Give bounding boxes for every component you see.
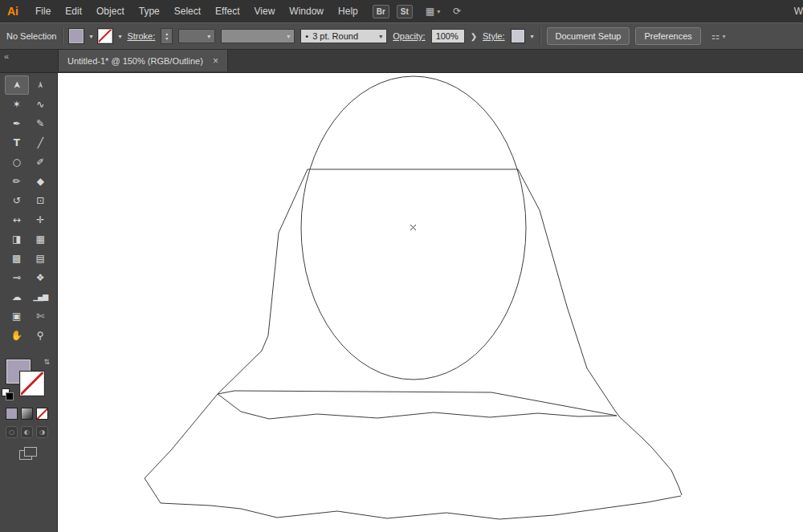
eraser-tool[interactable]: ◆ xyxy=(29,172,53,191)
draw-behind-icon[interactable]: ◐ xyxy=(21,426,33,438)
menu-type[interactable]: Type xyxy=(132,6,167,17)
appbar-button-st[interactable]: St xyxy=(397,5,413,18)
type-tool[interactable]: T xyxy=(5,133,29,152)
zoom-icon: ⚲ xyxy=(37,330,44,341)
fill-color-swatch[interactable] xyxy=(69,29,84,43)
chevron-right-icon[interactable]: ❯ xyxy=(471,32,477,41)
chevron-down-icon[interactable]: ▾ xyxy=(531,33,534,40)
document-tab[interactable]: Untitled-1* @ 150% (RGB/Outline) × xyxy=(58,50,228,71)
column-graph-tool[interactable]: ▁▄▆ xyxy=(29,287,53,307)
paintbrush-tool[interactable]: ✐ xyxy=(29,152,53,172)
gradient-tool[interactable]: ▤ xyxy=(29,249,53,268)
perspective-grid-icon: ▦ xyxy=(36,234,45,245)
menu-file[interactable]: File xyxy=(28,6,58,17)
style-swatch[interactable] xyxy=(511,29,525,43)
mesh-tool[interactable]: ▩ xyxy=(5,249,29,268)
hand-tool[interactable]: ✋ xyxy=(5,326,29,345)
outline-shape[interactable] xyxy=(218,391,617,416)
pencil-tool[interactable]: ✎ xyxy=(29,114,53,133)
document-setup-button[interactable]: Document Setup xyxy=(547,27,630,45)
menu-list: FileEditObjectTypeSelectEffectViewWindow… xyxy=(28,6,365,17)
scale-tool[interactable]: ⊡ xyxy=(29,191,53,210)
hand-icon: ✋ xyxy=(10,330,22,341)
draw-inside-icon[interactable]: ◑ xyxy=(36,426,48,438)
lasso-tool[interactable]: ∿ xyxy=(29,95,53,114)
eyedropper-tool[interactable]: ⊸ xyxy=(5,268,29,287)
selection-status: No Selection xyxy=(6,31,56,41)
chevron-down-icon: ▾ xyxy=(723,33,726,40)
opacity-field[interactable]: 100% xyxy=(431,29,465,43)
stroke-label[interactable]: Stroke: xyxy=(127,31,155,41)
direct-selection-tool[interactable]: ➢ xyxy=(29,75,53,95)
artboard-canvas[interactable] xyxy=(58,72,803,532)
chevron-down-icon[interactable]: ▾ xyxy=(89,33,92,40)
tool-grid: ➤➢✶∿✒✎T╱○✐✏◆↺⊡↔✛◨▦▩▤⊸❖☁▁▄▆▣✄✋⚲ xyxy=(0,72,57,345)
color-button[interactable] xyxy=(6,408,18,420)
outline-artwork xyxy=(58,72,803,532)
menu-edit[interactable]: Edit xyxy=(58,6,89,17)
width-icon: ↔ xyxy=(13,214,21,225)
perspective-grid-tool[interactable]: ▦ xyxy=(29,229,53,249)
stroke-color-box[interactable] xyxy=(20,372,44,396)
blend-tool[interactable]: ❖ xyxy=(29,268,53,287)
ellipse-tool[interactable]: ○ xyxy=(5,152,29,172)
column-graph-icon: ▁▄▆ xyxy=(33,293,47,301)
menu-object[interactable]: Object xyxy=(89,6,132,17)
stroke-weight-stepper[interactable]: ▴ ▾ xyxy=(161,28,173,44)
artboard-tool[interactable]: ▣ xyxy=(5,307,29,326)
type-icon: T xyxy=(14,137,20,148)
line-segment-icon: ╱ xyxy=(38,137,43,148)
stepper-down-icon[interactable]: ▾ xyxy=(165,36,168,41)
panel-options-control[interactable]: ⚏ ▾ xyxy=(711,30,726,42)
none-button[interactable] xyxy=(36,408,48,420)
brush-definition-dropdown[interactable]: • 3 pt. Round ▾ xyxy=(300,29,387,43)
menu-window[interactable]: Window xyxy=(282,6,331,17)
gradient-button[interactable] xyxy=(21,408,33,420)
pen-icon: ✒ xyxy=(13,118,21,129)
menu-view[interactable]: View xyxy=(247,6,283,17)
style-label[interactable]: Style: xyxy=(483,31,505,41)
appbar-button-br[interactable]: Br xyxy=(373,5,389,18)
zoom-tool[interactable]: ⚲ xyxy=(29,326,53,345)
outline-shape[interactable] xyxy=(218,169,308,394)
lasso-icon: ∿ xyxy=(36,99,44,110)
eyedropper-icon: ⊸ xyxy=(13,272,21,283)
opacity-label[interactable]: Opacity: xyxy=(393,31,425,41)
slice-tool[interactable]: ✄ xyxy=(29,307,53,326)
free-transform-tool[interactable]: ✛ xyxy=(29,210,53,229)
chevron-down-icon: ▾ xyxy=(287,33,290,40)
variable-width-profile-dropdown[interactable]: ▾ xyxy=(221,29,295,43)
default-fill-stroke-icon[interactable] xyxy=(2,388,13,400)
collapse-panels-icon[interactable]: « xyxy=(4,51,8,61)
rotate-tool[interactable]: ↺ xyxy=(5,191,29,210)
arrange-documents-control[interactable]: ▦ ▾ xyxy=(426,6,440,17)
scale-icon: ⊡ xyxy=(36,195,44,206)
magic-wand-tool[interactable]: ✶ xyxy=(5,95,29,114)
app-buttons: BrSt xyxy=(365,5,413,18)
menu-help[interactable]: Help xyxy=(331,6,365,17)
outline-shape[interactable] xyxy=(218,394,617,419)
blob-brush-tool[interactable]: ✏ xyxy=(5,172,29,191)
change-screen-mode-icon[interactable] xyxy=(19,447,39,461)
arrange-documents-icon: ▦ xyxy=(426,6,434,17)
swap-fill-stroke-icon[interactable]: ⇅ xyxy=(43,358,50,366)
color-type-buttons xyxy=(6,408,48,420)
symbol-sprayer-tool[interactable]: ☁ xyxy=(5,287,29,307)
preferences-button[interactable]: Preferences xyxy=(635,27,700,45)
close-icon[interactable]: × xyxy=(213,55,218,67)
menu-effect[interactable]: Effect xyxy=(208,6,247,17)
chevron-down-icon[interactable]: ▾ xyxy=(118,33,121,40)
document-tab-title: Untitled-1* @ 150% (RGB/Outline) xyxy=(67,56,203,66)
stroke-weight-dropdown[interactable]: ▾ xyxy=(178,29,215,43)
selection-tool[interactable]: ➤ xyxy=(5,75,29,95)
outline-shape[interactable] xyxy=(518,169,682,495)
menu-select[interactable]: Select xyxy=(167,6,208,17)
draw-normal-icon[interactable]: ○ xyxy=(6,426,18,438)
stroke-color-swatch[interactable] xyxy=(98,29,112,43)
shape-builder-tool[interactable]: ◨ xyxy=(5,229,29,249)
pen-tool[interactable]: ✒ xyxy=(5,114,29,133)
line-segment-tool[interactable]: ╱ xyxy=(29,133,53,152)
chevron-down-icon: ▾ xyxy=(437,8,440,15)
cs-live-control[interactable]: ⟳ xyxy=(453,6,461,17)
width-tool[interactable]: ↔ xyxy=(5,210,29,229)
